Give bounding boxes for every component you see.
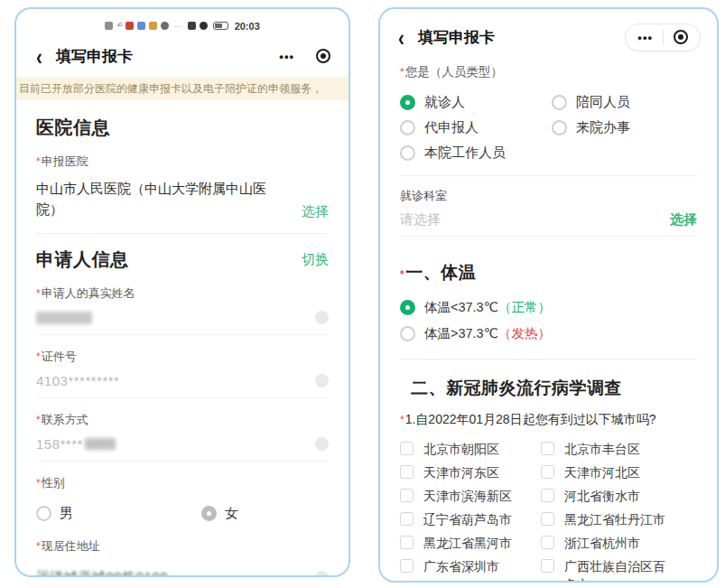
city-checkbox[interactable]: 广东省深圳市 xyxy=(400,557,541,583)
temperature-option-fever[interactable]: 体温>37.3℃（发热） xyxy=(400,325,697,342)
person-type-option-companion[interactable]: 陪同人员 xyxy=(552,94,697,111)
gender-option-male[interactable]: 男 xyxy=(36,505,201,522)
left-phone-panel: ⁴ᴳ ··· 20:03 ‹ 填写申报卡 ••• 目前已开放部分医院的健康申报卡… xyxy=(14,7,350,577)
required-mark: * xyxy=(36,287,41,300)
id-value: 4103********* xyxy=(36,373,119,388)
address-input[interactable]: 远洋城蓝城00栋0100 xyxy=(36,565,329,578)
normal-note: （正常） xyxy=(498,300,551,314)
phone-field-label: *联系方式 xyxy=(36,412,329,428)
redacted-phone-value xyxy=(85,438,116,450)
hospital-section-title: 医院信息 xyxy=(36,116,329,140)
temperature-radio-group: 体温<37.3℃（正常） 体温>37.3℃（发热） xyxy=(400,299,697,342)
id-input[interactable]: 4103********* xyxy=(36,365,329,398)
radio-unselected-icon xyxy=(552,120,567,135)
miniprogram-close-icon[interactable] xyxy=(316,49,330,63)
person-type-option-staff[interactable]: 本院工作人员 xyxy=(400,145,552,162)
checkbox-unchecked-icon xyxy=(400,489,414,502)
lock-icon xyxy=(315,311,329,324)
fever-note: （发热） xyxy=(498,326,551,341)
id-field-label: *证件号 xyxy=(36,349,329,365)
checkbox-label: 广西壮族自治区百色市 xyxy=(564,557,671,583)
miniprogram-close-icon[interactable] xyxy=(674,30,688,44)
checkbox-label: 黑龙江省黑河市 xyxy=(423,534,512,552)
person-type-option-visitor[interactable]: 来院办事 xyxy=(552,119,697,136)
city-checkbox[interactable]: 浙江省杭州市 xyxy=(541,534,697,553)
checkbox-unchecked-icon xyxy=(400,465,414,479)
back-icon[interactable]: ‹ xyxy=(396,25,406,49)
checkbox-label: 北京市丰台区 xyxy=(564,440,640,458)
checkbox-unchecked-icon xyxy=(541,465,554,479)
checkbox-label: 河北省衡水市 xyxy=(564,487,640,505)
gender-option-female[interactable]: 女 xyxy=(201,505,238,522)
checkbox-label: 天津市河东区 xyxy=(423,463,499,481)
department-placeholder: 请选择 xyxy=(400,211,670,229)
city-checkbox[interactable]: 广西壮族自治区百色市 xyxy=(541,557,697,583)
checkbox-unchecked-icon xyxy=(541,489,554,502)
section-divider xyxy=(400,359,697,359)
radio-label: 体温<37.3℃（正常） xyxy=(424,299,551,316)
city-checkbox[interactable]: 天津市河北区 xyxy=(541,463,697,482)
city-checkbox[interactable]: 黑龙江省黑河市 xyxy=(400,534,541,553)
radio-selected-icon xyxy=(400,95,415,110)
radio-label: 陪同人员 xyxy=(576,94,630,111)
person-type-radio-group: 就诊人 陪同人员 代申报人 来院办事 本院工作人员 xyxy=(400,94,697,162)
temperature-option-normal[interactable]: 体温<37.3℃（正常） xyxy=(400,299,697,316)
right-phone-panel: ‹ 填写申报卡 ••• *您是（人员类型） 就诊人 陪同人员 代申报人 xyxy=(378,7,719,583)
city-checkbox[interactable]: 辽宁省葫芦岛市 xyxy=(400,510,541,529)
more-menu-icon[interactable]: ••• xyxy=(279,51,294,62)
radio-unselected-icon xyxy=(400,145,415,161)
city-checkbox[interactable]: 天津市滨海新区 xyxy=(400,487,541,506)
radio-unselected-icon xyxy=(552,95,567,110)
lock-icon xyxy=(315,571,329,577)
address-field-label: *现居住地址 xyxy=(36,538,329,555)
checkbox-label: 天津市河北区 xyxy=(564,463,640,481)
hospital-field-label: *申报医院 xyxy=(36,154,329,170)
checkbox-label: 辽宁省葫芦岛市 xyxy=(423,510,512,528)
hospital-select-link[interactable]: 选择 xyxy=(302,203,329,220)
gender-option-label: 男 xyxy=(60,505,73,522)
city-checkbox[interactable]: 黑龙江省牡丹江市 xyxy=(541,510,697,529)
address-value: 远洋城蓝城00栋0100 xyxy=(36,569,168,577)
person-type-option-patient[interactable]: 就诊人 xyxy=(400,94,552,111)
switch-applicant-link[interactable]: 切换 xyxy=(302,251,329,268)
city-checkbox[interactable]: 北京市朝阳区 xyxy=(400,440,541,459)
name-field-label: *申请人的真实姓名 xyxy=(36,285,329,302)
notification-app-icon xyxy=(137,22,145,30)
more-menu-icon[interactable]: ••• xyxy=(637,32,653,43)
person-type-option-proxy[interactable]: 代申报人 xyxy=(400,119,552,136)
gender-option-label: 女 xyxy=(225,505,238,522)
city-checkbox[interactable]: 北京市丰台区 xyxy=(541,440,697,459)
notification-app-icon xyxy=(149,22,157,30)
required-mark: * xyxy=(36,155,41,168)
hospital-select-row[interactable]: 中山市人民医院（中山大学附属中山医院） 选择 xyxy=(36,178,329,220)
name-input[interactable] xyxy=(36,302,329,335)
temperature-section-title: *一、体温 xyxy=(400,261,697,285)
city-checkbox[interactable]: 天津市河东区 xyxy=(400,463,541,482)
radio-label: 本院工作人员 xyxy=(424,145,506,162)
radio-unselected-icon xyxy=(36,506,51,521)
mute-icon xyxy=(200,22,208,30)
checkbox-unchecked-icon xyxy=(400,442,414,455)
department-select-row[interactable]: 请选择 选择 xyxy=(400,204,697,237)
checkbox-unchecked-icon xyxy=(541,559,554,573)
radio-label: 体温>37.3℃（发热） xyxy=(424,325,551,342)
alarm-icon xyxy=(188,22,196,30)
checkbox-unchecked-icon xyxy=(541,442,554,455)
checkbox-label: 北京市朝阳区 xyxy=(423,440,499,458)
checkbox-unchecked-icon xyxy=(541,536,554,549)
checkbox-unchecked-icon xyxy=(400,512,414,526)
redacted-name-value xyxy=(36,312,92,324)
miniprogram-capsule: ••• xyxy=(625,23,701,51)
department-select-link[interactable]: 选择 xyxy=(670,211,697,229)
cities-question: *1.自2022年01月28日起您有到过以下城市吗? xyxy=(400,412,697,428)
city-checkbox[interactable]: 河北省衡水市 xyxy=(541,487,697,506)
checkbox-label: 天津市滨海新区 xyxy=(423,487,512,505)
checkbox-label: 黑龙江省牡丹江市 xyxy=(564,510,665,528)
left-navbar: ‹ 填写申报卡 ••• xyxy=(34,41,330,71)
required-mark: * xyxy=(36,350,41,363)
required-mark: * xyxy=(400,414,404,426)
back-icon[interactable]: ‹ xyxy=(34,44,44,68)
checkbox-unchecked-icon xyxy=(541,512,554,526)
battery-icon xyxy=(213,22,228,30)
phone-input[interactable]: 158**** xyxy=(36,428,329,462)
